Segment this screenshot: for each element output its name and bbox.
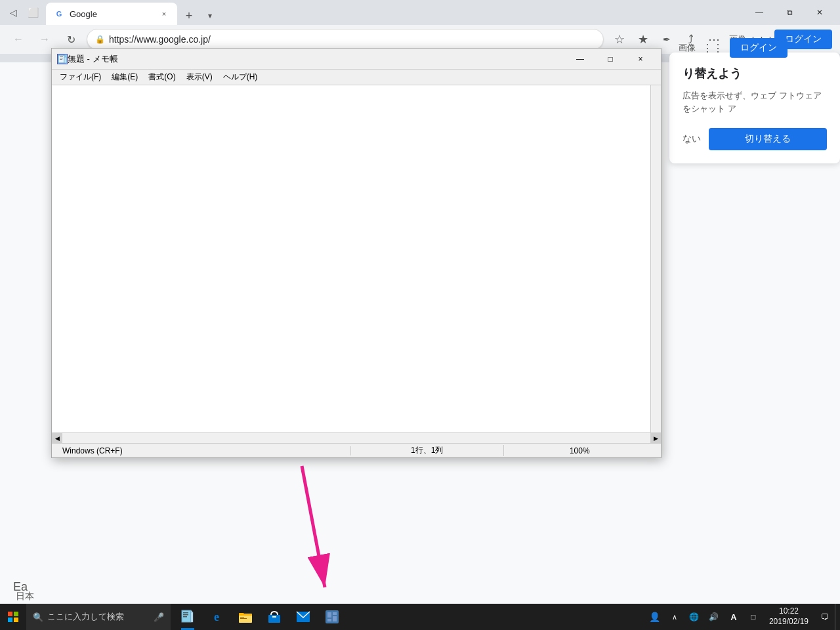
taskbar: 🔍 ここに入力して検索 🎤 e (0, 604, 840, 630)
clock-time: 10:22 (779, 606, 799, 617)
notepad-title-bar: 無題 - メモ帳 — □ × (52, 49, 661, 70)
clock-date: 2019/02/19 (769, 617, 808, 627)
address-bar[interactable]: 🔒 https://www.google.co.jp/ (87, 29, 604, 50)
ea-text: Ea (13, 580, 28, 594)
svg-rect-2 (60, 58, 63, 58)
notepad-text-editor[interactable] (52, 85, 650, 432)
refresh-button[interactable]: ↻ (60, 29, 81, 50)
svg-marker-16 (191, 610, 193, 612)
notepad-status-position: 1行、1列 (351, 445, 504, 456)
notepad-status-bar: Windows (CR+F) 1行、1列 100% (52, 443, 661, 457)
user-accounts-icon[interactable]: 👤 (646, 604, 664, 630)
taskbar-search-bar[interactable]: 🔍 ここに入力して検索 🎤 (26, 604, 171, 630)
task-manager-icon (180, 610, 195, 624)
notepad-menu-format[interactable]: 書式(O) (143, 70, 180, 84)
taskbar-app-edge[interactable]: e (202, 604, 231, 630)
window-restore-button[interactable]: ⧉ (774, 2, 805, 23)
taskbar-app-store[interactable] (260, 604, 289, 630)
notepad-maximize-button[interactable]: □ (595, 49, 625, 70)
unknown-app-icon (325, 610, 339, 624)
svg-rect-11 (14, 618, 18, 622)
svg-rect-28 (327, 619, 331, 621)
store-icon (267, 610, 282, 624)
tab-close-button[interactable]: × (159, 9, 169, 19)
system-clock[interactable]: 10:22 2019/02/19 (764, 604, 814, 630)
taskbar-app-explorer[interactable] (231, 604, 260, 630)
bookmark-star-button[interactable]: ☆ (609, 29, 630, 50)
volume-icon[interactable]: 🔊 (705, 604, 723, 630)
notepad-title-text: 無題 - メモ帳 (68, 53, 565, 65)
explorer-icon (238, 610, 253, 623)
notepad-window-buttons: — □ × (565, 49, 656, 70)
svg-marker-4 (64, 55, 66, 57)
taskbar-app-mail[interactable] (289, 604, 318, 630)
taskbar-app-unknown[interactable] (318, 604, 346, 630)
new-tab-button[interactable]: + (180, 7, 198, 25)
prev-tab-icon[interactable]: ◁ (5, 5, 21, 20)
ad-card-no-button[interactable]: ない (682, 133, 701, 145)
search-icon: 🔍 (33, 612, 43, 622)
tab-dropdown-button[interactable]: ▾ (201, 7, 219, 25)
svg-rect-22 (272, 616, 276, 618)
ad-card: り替えよう 広告を表示せず、ウェブ フトウェアをシャット ア ない 切り替える (669, 52, 840, 163)
forward-button[interactable]: → (34, 29, 55, 50)
login-button-2[interactable]: ログイン (730, 38, 788, 58)
notepad-menu-view[interactable]: 表示(V) (181, 70, 218, 84)
ad-card-title: り替えよう (682, 66, 827, 81)
svg-rect-10 (8, 618, 12, 622)
notepad-status-zoom: 100% (504, 446, 656, 455)
svg-rect-15 (183, 616, 187, 618)
notifications-icon[interactable]: 🗨 (815, 604, 833, 630)
url-display: https://www.google.co.jp/ (109, 34, 595, 45)
pen-button[interactable]: ✒ (656, 29, 677, 50)
input-method-icon[interactable]: A (724, 604, 743, 630)
notepad-window: 無題 - メモ帳 — □ × ファイル(F) 編集(E) 書式(O) 表示(V)… (51, 48, 662, 458)
bookmark-list-button[interactable]: ★ (633, 29, 654, 50)
notepad-horizontal-scrollbar[interactable]: ◀ ▶ (52, 432, 661, 443)
notepad-menu-help[interactable]: ヘルプ(H) (218, 70, 263, 84)
notepad-menu-file[interactable]: ファイル(F) (54, 70, 106, 84)
svg-rect-17 (191, 612, 193, 622)
taskbar-app-task-manager[interactable] (173, 604, 202, 630)
browser-window-controls: ◁ ⬜ (5, 5, 41, 20)
microphone-icon: 🎤 (154, 612, 164, 622)
network-icon[interactable]: 🌐 (685, 604, 704, 630)
show-desktop-button[interactable] (835, 604, 840, 630)
notepad-menu-edit[interactable]: 編集(E) (106, 70, 143, 84)
svg-rect-26 (333, 612, 337, 615)
close-tab-icon[interactable]: ⬜ (25, 5, 41, 20)
back-button[interactable]: ← (8, 29, 29, 50)
windows-logo-icon (8, 612, 18, 622)
browser-extra-actions: 画像 ⋮⋮ ログイン (679, 38, 788, 58)
google-favicon: G (54, 9, 64, 19)
browser-title-bar: ◁ ⬜ G Google × + ▾ — ⧉ ✕ (0, 0, 840, 25)
ad-card-yes-button[interactable]: 切り替える (709, 128, 827, 150)
lock-icon: 🔒 (95, 35, 105, 44)
notepad-status-encoding: Windows (CR+F) (57, 446, 351, 455)
scroll-left-button[interactable]: ◀ (52, 433, 62, 444)
start-button[interactable] (0, 604, 26, 630)
ime-icon[interactable]: □ (744, 604, 763, 630)
notepad-close-button[interactable]: × (625, 49, 656, 70)
show-hidden-icons-button[interactable]: ∧ (665, 604, 684, 630)
svg-rect-8 (8, 612, 12, 616)
window-minimize-button[interactable]: — (744, 2, 774, 23)
svg-rect-9 (14, 612, 18, 616)
mail-icon (296, 611, 310, 623)
ad-card-text: 広告を表示せず、ウェブ フトウェアをシャット ア (682, 89, 827, 115)
notepad-minimize-button[interactable]: — (565, 49, 595, 70)
svg-rect-25 (327, 612, 331, 618)
svg-rect-1 (60, 56, 63, 57)
svg-rect-13 (183, 612, 188, 614)
svg-rect-5 (64, 57, 66, 63)
apps-grid-link[interactable]: ⋮⋮ (702, 42, 723, 54)
images-link[interactable]: 画像 (679, 42, 696, 54)
notepad-vertical-scrollbar[interactable] (650, 85, 661, 432)
scroll-right-button[interactable]: ▶ (650, 433, 661, 444)
ad-card-buttons: ない 切り替える (682, 128, 827, 150)
window-close-button[interactable]: ✕ (805, 2, 835, 23)
browser-tab-google[interactable]: G Google × (46, 3, 177, 25)
taskbar-pinned-apps: e (173, 604, 346, 630)
svg-rect-14 (183, 614, 188, 616)
search-placeholder: ここに入力して検索 (47, 611, 124, 623)
